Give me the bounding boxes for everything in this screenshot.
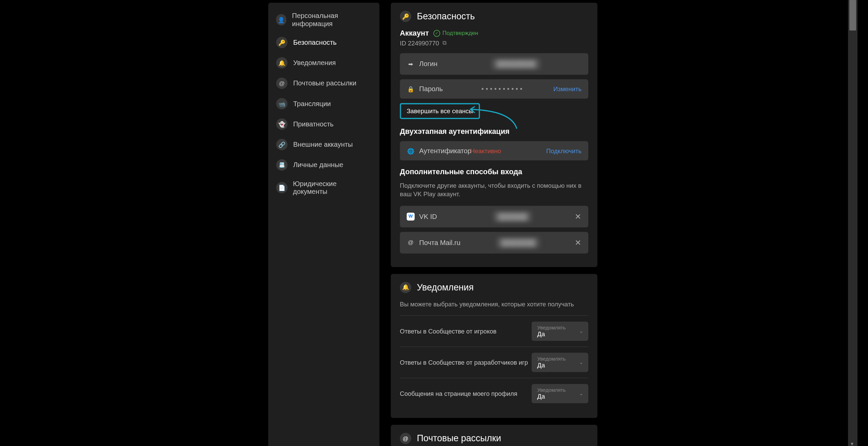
sidebar-item-label: Уведомления (293, 59, 336, 67)
account-id: ID 224990770 (400, 40, 439, 46)
chevron-down-icon: ⌄ (579, 360, 584, 365)
sidebar-item-label: Приватность (293, 120, 334, 128)
notif-row-community-devs: Ответы в Сообществе от разработчиков игр… (400, 347, 588, 378)
account-label: Аккаунт (400, 29, 429, 37)
notif-row-profile-messages: Сообщения на странице моего профиля Увед… (400, 378, 588, 409)
notif-label: Сообщения на странице моего профиля (400, 390, 517, 397)
sidebar-item-streams[interactable]: 📹 Трансляции (268, 94, 379, 114)
connect-authenticator-link[interactable]: Подключить (546, 147, 581, 154)
change-password-link[interactable]: Изменить (553, 85, 581, 92)
sidebar-item-label: Юридические документы (293, 180, 372, 196)
sidebar-item-personal-info[interactable]: 👤 Персональная информация (268, 7, 379, 32)
key-icon: 🔑 (400, 11, 411, 22)
login-value: ████████ (492, 59, 540, 69)
sidebar-item-external-accounts[interactable]: 🔗 Внешние аккаунты (268, 134, 379, 155)
vkid-label: VK ID (419, 212, 450, 220)
select-label: Уведомлять (537, 325, 583, 331)
bell-icon: 🔔 (400, 282, 411, 293)
twofa-title: Двухэтапная аутентификация (400, 127, 588, 136)
notif-select[interactable]: Уведомлять Да ⌄ (532, 353, 588, 372)
bell-icon: 🔔 (276, 57, 287, 68)
notif-select[interactable]: Уведомлять Да ⌄ (532, 322, 588, 341)
mailru-value: ███████ (497, 238, 539, 248)
authenticator-label: Аутентификатор (419, 147, 470, 155)
select-value: Да (537, 362, 583, 369)
sidebar-item-notifications[interactable]: 🔔 Уведомления (268, 53, 379, 73)
camera-icon: 📹 (276, 98, 287, 109)
notifications-card: 🔔 Уведомления Вы можете выбрать уведомле… (391, 274, 597, 418)
notifications-title: Уведомления (417, 282, 474, 292)
end-all-sessions-button[interactable]: Завершить все сеансы (400, 103, 480, 119)
person-icon: 👤 (276, 14, 286, 25)
security-title: Безопасность (417, 11, 475, 21)
select-value: Да (537, 393, 583, 400)
sidebar-item-label: Личные данные (293, 161, 343, 169)
notif-select[interactable]: Уведомлять Да ⌄ (532, 384, 588, 403)
sidebar-item-label: Безопасность (293, 38, 337, 46)
main-content: 🔑 Безопасность Аккаунт ✓ Подтвержден ID … (391, 3, 597, 446)
password-value: • • • • • • • • • • (450, 85, 553, 93)
contact-icon: 📇 (276, 159, 287, 170)
vk-icon: W (407, 212, 414, 220)
notif-label: Ответы в Сообществе от игроков (400, 328, 496, 334)
scroll-down-arrow-icon[interactable]: ▾ (851, 441, 855, 445)
sidebar-item-label: Почтовые рассылки (293, 79, 356, 87)
lock-icon: 🔒 (407, 86, 414, 92)
sidebar-item-label: Персональная информация (292, 12, 371, 28)
sidebar-item-label: Внешние аккаунты (293, 141, 353, 148)
password-row: 🔒 Пароль • • • • • • • • • • Изменить (400, 79, 588, 99)
scrollbar-track[interactable]: ▴ ▾ (848, 0, 857, 446)
scrollbar-thumb[interactable] (849, 0, 856, 31)
disconnect-vkid-button[interactable]: ✕ (575, 212, 581, 221)
authenticator-row: 🌐 Аутентификатор Неактивно Подключить (400, 141, 588, 160)
sidebar-item-personal-data[interactable]: 📇 Личные данные (268, 155, 379, 175)
sidebar-item-security[interactable]: 🔑 Безопасность (268, 32, 379, 53)
at-icon: @ (407, 240, 414, 246)
globe-icon: 🌐 (407, 148, 414, 154)
extra-login-title: Дополнительные способы входа (400, 167, 588, 176)
notifications-desc: Вы можете выбрать уведомления, которые х… (400, 300, 588, 309)
sidebar-item-legal[interactable]: 📄 Юридические документы (268, 175, 379, 200)
chevron-down-icon: ⌄ (579, 328, 584, 334)
login-row: ➡ Логин ████████ (400, 53, 588, 75)
sidebar-item-label: Трансляции (293, 100, 331, 107)
sidebar-item-mailings[interactable]: @ Почтовые рассылки (268, 73, 379, 94)
vkid-row: W VK ID ██████ ✕ (400, 206, 588, 227)
at-icon: @ (400, 433, 411, 444)
verified-badge: ✓ Подтвержден (433, 30, 478, 37)
ghost-icon: 👻 (276, 118, 287, 129)
verified-text: Подтвержден (442, 30, 478, 36)
login-label: Логин (419, 60, 450, 68)
copy-icon[interactable]: ⧉ (442, 40, 447, 46)
check-icon: ✓ (433, 30, 440, 37)
chevron-down-icon: ⌄ (579, 391, 584, 397)
document-icon: 📄 (276, 182, 287, 193)
mailings-card: @ Почтовые рассылки Вы можете подписатьс… (391, 425, 597, 446)
mailru-row: @ Почта Mail.ru ███████ ✕ (400, 232, 588, 254)
notif-label: Ответы в Сообществе от разработчиков игр (400, 359, 528, 366)
authenticator-status: Неактивно (470, 147, 546, 154)
vkid-value: ██████ (494, 211, 532, 222)
link-icon: 🔗 (276, 139, 287, 150)
mailru-label: Почта Mail.ru (419, 239, 462, 246)
select-label: Уведомлять (537, 356, 583, 362)
security-card: 🔑 Безопасность Аккаунт ✓ Подтвержден ID … (391, 3, 597, 267)
login-icon: ➡ (407, 61, 414, 67)
key-icon: 🔑 (276, 37, 287, 48)
password-label: Пароль (419, 85, 450, 93)
mailings-title: Почтовые рассылки (417, 433, 501, 444)
sidebar-item-privacy[interactable]: 👻 Приватность (268, 114, 379, 134)
at-icon: @ (276, 78, 287, 89)
extra-login-desc: Подключите другие аккаунты, чтобы входит… (400, 181, 588, 199)
select-label: Уведомлять (537, 387, 583, 393)
notif-row-community-players: Ответы в Сообществе от игроков Уведомлят… (400, 316, 588, 347)
settings-sidebar: 👤 Персональная информация 🔑 Безопасность… (268, 3, 379, 446)
select-value: Да (537, 331, 583, 338)
disconnect-mailru-button[interactable]: ✕ (575, 238, 581, 247)
